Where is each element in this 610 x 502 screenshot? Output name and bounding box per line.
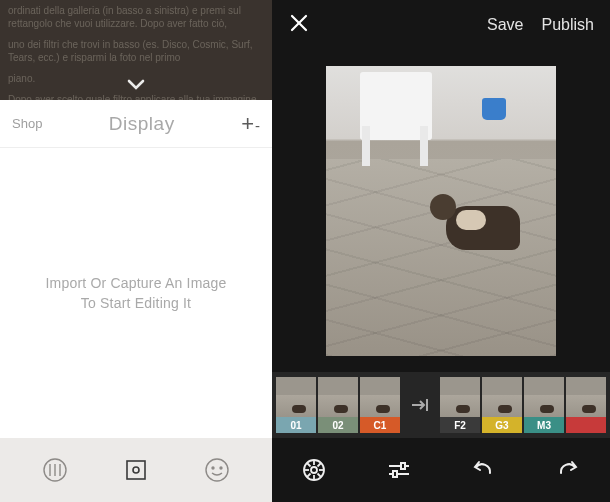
filter-thumb[interactable]: F2 bbox=[440, 377, 480, 433]
svg-point-7 bbox=[212, 467, 214, 469]
filter-thumb[interactable]: M3 bbox=[524, 377, 564, 433]
background-article: ordinati della galleria (in basso a sini… bbox=[0, 0, 272, 100]
article-line: uno dei filtri che trovi in basso (es. D… bbox=[0, 34, 272, 68]
photo-preview[interactable] bbox=[326, 66, 556, 356]
svg-point-6 bbox=[206, 459, 228, 481]
svg-point-5 bbox=[133, 467, 139, 473]
empty-line-2: To Start Editing It bbox=[81, 295, 191, 311]
photo-preview-area bbox=[272, 50, 610, 372]
save-button[interactable]: Save bbox=[487, 16, 523, 34]
filter-label: G3 bbox=[482, 417, 522, 433]
library-panel: ordinati della galleria (in basso a sini… bbox=[0, 0, 272, 502]
wheel-icon[interactable] bbox=[299, 455, 329, 485]
svg-line-21 bbox=[318, 463, 322, 467]
filter-divider-icon bbox=[402, 394, 438, 416]
svg-rect-26 bbox=[393, 471, 397, 477]
filter-thumb[interactable]: 02 bbox=[318, 377, 358, 433]
svg-rect-25 bbox=[401, 463, 405, 469]
article-line: piano. bbox=[0, 68, 272, 89]
add-button[interactable]: +- bbox=[241, 111, 260, 137]
svg-point-14 bbox=[311, 467, 317, 473]
stack-icon[interactable] bbox=[41, 456, 69, 484]
svg-point-8 bbox=[220, 467, 222, 469]
article-line: Dopo aver scelto quale filtro applicare … bbox=[0, 89, 272, 100]
filter-label: C1 bbox=[360, 417, 400, 433]
filter-label: F2 bbox=[440, 417, 480, 433]
empty-state: Import Or Capture An Image To Start Edit… bbox=[0, 148, 272, 438]
close-button[interactable] bbox=[288, 12, 310, 38]
editor-header: Save Publish bbox=[272, 0, 610, 50]
publish-button[interactable]: Publish bbox=[542, 16, 594, 34]
filter-strip[interactable]: 0102C1F2G3M3 bbox=[272, 372, 610, 438]
filter-label bbox=[566, 417, 606, 433]
filter-label: M3 bbox=[524, 417, 564, 433]
editor-panel: Save Publish 0102C1F2G3M3 bbox=[272, 0, 610, 502]
editor-toolbar bbox=[272, 438, 610, 502]
library-toolbar bbox=[0, 438, 272, 502]
svg-line-20 bbox=[318, 474, 322, 478]
filter-label: 02 bbox=[318, 417, 358, 433]
minus-icon: - bbox=[255, 117, 260, 134]
filter-thumb[interactable] bbox=[566, 377, 606, 433]
svg-rect-4 bbox=[127, 461, 145, 479]
filter-label: 01 bbox=[276, 417, 316, 433]
filter-thumb[interactable]: G3 bbox=[482, 377, 522, 433]
undo-icon[interactable] bbox=[468, 455, 498, 485]
filter-thumb[interactable]: 01 bbox=[276, 377, 316, 433]
redo-icon[interactable] bbox=[553, 455, 583, 485]
shop-link[interactable]: Shop bbox=[12, 116, 42, 131]
smiley-icon[interactable] bbox=[203, 456, 231, 484]
capture-icon[interactable] bbox=[122, 456, 150, 484]
filter-thumb[interactable]: C1 bbox=[360, 377, 400, 433]
library-header: Shop Display +- bbox=[0, 100, 272, 148]
svg-line-22 bbox=[307, 474, 311, 478]
plus-icon: + bbox=[241, 111, 254, 137]
sliders-icon[interactable] bbox=[384, 455, 414, 485]
empty-line-1: Import Or Capture An Image bbox=[45, 275, 226, 291]
article-line: ordinati della galleria (in basso a sini… bbox=[0, 0, 272, 34]
svg-line-19 bbox=[307, 463, 311, 467]
display-title[interactable]: Display bbox=[109, 113, 175, 135]
